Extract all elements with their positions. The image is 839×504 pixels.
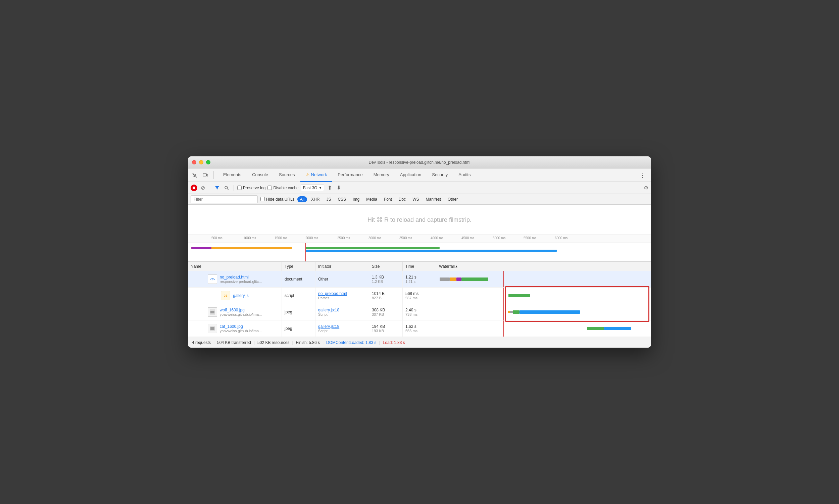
tick-6000: 6000 ms bbox=[555, 236, 568, 240]
svg-point-2 bbox=[193, 186, 195, 189]
inspect-icon[interactable] bbox=[191, 171, 199, 179]
tab-memory[interactable]: Memory bbox=[368, 168, 395, 182]
table-row[interactable]: cat_1600.jpg yoavweiss.github.io/ima... … bbox=[188, 321, 651, 337]
filter-other[interactable]: Other bbox=[445, 196, 461, 202]
preserve-log-label[interactable]: Preserve log bbox=[237, 185, 266, 190]
tab-network[interactable]: ⚠ Network bbox=[300, 168, 333, 182]
td-initiator-2: no_preload.html Parser bbox=[316, 288, 369, 304]
filter-doc[interactable]: Doc bbox=[396, 196, 408, 202]
status-finish: Finish: 5.86 s bbox=[296, 340, 320, 345]
preserve-log-checkbox[interactable] bbox=[237, 185, 242, 190]
filter-font[interactable]: Font bbox=[381, 196, 395, 202]
table-row[interactable]: </> no_preload.html responsive-preload.g… bbox=[188, 271, 651, 288]
disable-cache-label[interactable]: Disable cache bbox=[267, 185, 298, 190]
timeline-area: 500 ms 1000 ms 1500 ms 2000 ms 2500 ms 3… bbox=[188, 235, 651, 262]
th-name[interactable]: Name bbox=[188, 262, 282, 271]
tick-5500: 5500 ms bbox=[523, 236, 536, 240]
th-size[interactable]: Size bbox=[369, 262, 403, 271]
tab-application[interactable]: Application bbox=[395, 168, 427, 182]
device-toggle-icon[interactable] bbox=[201, 171, 210, 179]
tab-sources[interactable]: Sources bbox=[273, 168, 300, 182]
filmstrip-area: Hit ⌘ R to reload and capture filmstrip. bbox=[188, 205, 651, 235]
waterfall-download-1 bbox=[461, 277, 488, 281]
timeline-bar-green bbox=[305, 247, 440, 249]
tick-5000: 5000 ms bbox=[493, 236, 505, 240]
status-load: Load: 1.83 s bbox=[383, 340, 405, 345]
svg-rect-0 bbox=[203, 174, 207, 176]
network-toolbar: ⊘ Preserve log Disable cache Fast 3G ▼ ⬆ bbox=[188, 182, 651, 194]
waterfall-ttfb-1 bbox=[450, 277, 457, 281]
tab-audits[interactable]: Audits bbox=[453, 168, 476, 182]
filter-css[interactable]: CSS bbox=[335, 196, 349, 202]
th-time[interactable]: Time bbox=[403, 262, 436, 271]
import-button[interactable]: ⬆ bbox=[326, 184, 333, 192]
tab-console[interactable]: Console bbox=[247, 168, 273, 182]
td-initiator-1: Other bbox=[316, 271, 369, 287]
filter-js[interactable]: JS bbox=[323, 196, 334, 202]
td-type-3: jpeg bbox=[282, 304, 316, 320]
td-size-4: 194 KB 193 KB bbox=[369, 321, 403, 337]
maximize-button[interactable] bbox=[206, 160, 210, 164]
filter-icon[interactable] bbox=[213, 185, 221, 191]
warning-icon: ⚠ bbox=[306, 172, 310, 177]
td-time-1: 1.21 s 1.21 s bbox=[403, 271, 436, 287]
network-table: Name Type Initiator Size Time Waterfall … bbox=[188, 262, 651, 337]
th-waterfall[interactable]: Waterfall bbox=[436, 262, 651, 271]
td-size-3: 308 KB 307 KB bbox=[369, 304, 403, 320]
waterfall-vline-4 bbox=[503, 321, 504, 337]
status-resources: 502 KB resources bbox=[257, 340, 289, 345]
filter-manifest[interactable]: Manifest bbox=[423, 196, 444, 202]
filter-ws[interactable]: WS bbox=[410, 196, 422, 202]
toolbar-divider-2 bbox=[234, 185, 234, 191]
close-button[interactable] bbox=[192, 160, 196, 164]
title-bar: DevTools - responsive-preload.glitch.me/… bbox=[188, 156, 651, 168]
filter-xhr[interactable]: XHR bbox=[308, 196, 322, 202]
hide-data-urls-checkbox[interactable] bbox=[261, 197, 265, 201]
th-type[interactable]: Type bbox=[282, 262, 316, 271]
tick-3500: 3500 ms bbox=[399, 236, 412, 240]
td-initiator-4: gallery.js:18 Script bbox=[316, 321, 369, 337]
more-tabs-icon[interactable]: ⋮ bbox=[637, 172, 648, 179]
waterfall-dot-3 bbox=[508, 311, 510, 313]
filmstrip-message: Hit ⌘ R to reload and capture filmstrip. bbox=[368, 216, 471, 223]
window-title: DevTools - responsive-preload.glitch.me/… bbox=[369, 160, 470, 165]
td-initiator-3: gallery.js:18 Script bbox=[316, 304, 369, 320]
clear-button[interactable]: ⊘ bbox=[199, 184, 207, 192]
waterfall-download-3 bbox=[519, 310, 580, 314]
td-type-1: document bbox=[282, 271, 316, 287]
file-icon-3 bbox=[208, 307, 217, 317]
filter-types: All XHR JS CSS Img Media Font Doc WS Man… bbox=[297, 196, 461, 202]
filter-img[interactable]: Img bbox=[350, 196, 362, 202]
waterfall-stall-1 bbox=[440, 277, 450, 281]
th-initiator[interactable]: Initiator bbox=[316, 262, 369, 271]
hide-data-urls-label[interactable]: Hide data URLs bbox=[261, 197, 294, 202]
waterfall-vline-3 bbox=[503, 304, 504, 320]
disable-cache-checkbox[interactable] bbox=[267, 185, 272, 190]
td-size-1: 1.3 KB 1.2 KB bbox=[369, 271, 403, 287]
search-icon[interactable] bbox=[223, 185, 230, 191]
export-button[interactable]: ⬇ bbox=[335, 184, 342, 192]
nav-bar: Elements Console Sources ⚠ Network Perfo… bbox=[188, 168, 651, 182]
tab-elements[interactable]: Elements bbox=[218, 168, 247, 182]
td-size-2: 1014 B 827 B bbox=[369, 288, 403, 304]
tab-performance[interactable]: Performance bbox=[332, 168, 368, 182]
traffic-lights bbox=[192, 160, 210, 164]
filter-all[interactable]: All bbox=[297, 196, 307, 202]
minimize-button[interactable] bbox=[199, 160, 203, 164]
throttle-select[interactable]: Fast 3G ▼ bbox=[301, 184, 324, 191]
tab-security[interactable]: Security bbox=[427, 168, 453, 182]
tick-1000: 1000 ms bbox=[243, 236, 256, 240]
td-time-3: 2.40 s 738 ms bbox=[403, 304, 436, 320]
file-icon-4 bbox=[208, 324, 217, 333]
td-waterfall-3 bbox=[436, 304, 651, 320]
table-row[interactable]: JS gallery.js script no_preload.html Par… bbox=[188, 288, 651, 304]
filter-bar: Hide data URLs All XHR JS CSS Img Media … bbox=[188, 194, 651, 205]
filter-media[interactable]: Media bbox=[363, 196, 380, 202]
table-row[interactable]: wolf_1600.jpg yoavweiss.github.io/ima...… bbox=[188, 304, 651, 321]
timeline-vertical-line bbox=[305, 243, 306, 262]
record-button[interactable] bbox=[191, 184, 197, 191]
tick-4500: 4500 ms bbox=[461, 236, 474, 240]
filter-input[interactable] bbox=[191, 195, 258, 203]
td-time-4: 1.62 s 566 ms bbox=[403, 321, 436, 337]
settings-icon[interactable]: ⚙ bbox=[644, 184, 648, 191]
